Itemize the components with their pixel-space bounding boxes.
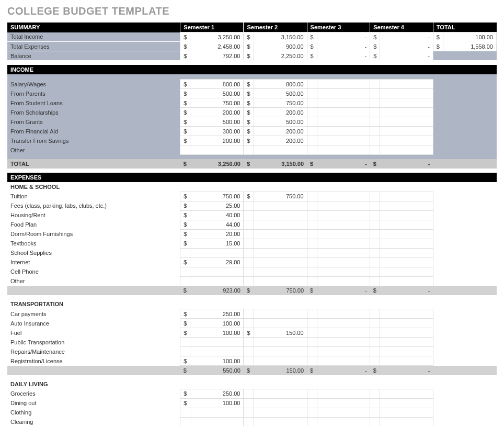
expense-row: Fuel$100.00$150.00	[7, 328, 497, 338]
expense-label: Repairs/Maintenance	[7, 347, 180, 356]
expense-label: Tuition	[7, 192, 180, 201]
col-sem3: Semester 3	[307, 23, 370, 32]
income-row: Other	[7, 145, 497, 155]
budget-table: SUMMARY Semester 1 Semester 2 Semester 3…	[7, 23, 497, 426]
income-total-s2: 3,150.00	[254, 159, 307, 169]
expense-group-header: DAILY LIVING	[7, 379, 497, 389]
expense-label: Dorm/Room Furnishings	[7, 229, 180, 239]
col-total: TOTAL	[433, 23, 496, 32]
income-label: From Financial Aid	[7, 127, 180, 136]
expenses-header: EXPENSES	[7, 173, 497, 182]
summary-row: Balance$792.00$2,250.00$-$-	[7, 51, 497, 61]
expense-label: Clothing	[7, 408, 180, 417]
income-total-s1: 3,250.00	[190, 159, 244, 169]
income-row: Salary/Wages$800.00$800.00	[7, 80, 497, 89]
income-label: Other	[7, 145, 180, 155]
expense-row: Groceries$250.00	[7, 389, 497, 398]
income-label: Transfer From Savings	[7, 136, 180, 145]
expense-subtotal-row: $923.00$750.00$-$-	[7, 286, 497, 295]
expense-row: Other	[7, 276, 497, 286]
summary-label: Total Expenses	[7, 42, 180, 51]
expense-group-name: HOME & SCHOOL	[7, 182, 497, 192]
income-row: From Financial Aid$300.00$200.00	[7, 127, 497, 136]
expense-row: Internet$29.00	[7, 257, 497, 267]
expense-label: Textbooks	[7, 239, 180, 248]
expense-label: Cell Phone	[7, 267, 180, 276]
expense-group-name: TRANSPORTATION	[7, 299, 497, 309]
expense-label: Internet	[7, 257, 180, 267]
expense-row: Textbooks$15.00	[7, 239, 497, 248]
expense-label: Car payments	[7, 309, 180, 319]
expense-row: Repairs/Maintenance	[7, 347, 497, 356]
expense-label: Other	[7, 276, 180, 286]
expense-row: Cell Phone	[7, 267, 497, 276]
income-total-label: TOTAL	[7, 159, 180, 169]
summary-row: Total Expenses$2,458.00$900.00$-$-$1,558…	[7, 42, 497, 51]
expense-label: Food Plan	[7, 220, 180, 229]
income-label: From Student Loans	[7, 98, 180, 108]
expense-group-header: TRANSPORTATION	[7, 299, 497, 309]
income-header: INCOME	[7, 65, 497, 74]
expense-label: Fuel	[7, 328, 180, 338]
expense-label: School Supplies	[7, 248, 180, 257]
expense-group-name: DAILY LIVING	[7, 379, 497, 389]
expense-row: Public Transportation	[7, 338, 497, 347]
income-row: From Grants$500.00$500.00	[7, 117, 497, 127]
col-sem2: Semester 2	[244, 23, 307, 32]
expense-row: Dorm/Room Furnishings$20.00	[7, 229, 497, 239]
expense-label: Cleaning	[7, 417, 180, 426]
expense-label: Registration/License	[7, 356, 180, 366]
income-total-s3: -	[317, 159, 370, 169]
expense-label: Housing/Rent	[7, 210, 180, 220]
expense-row: Auto Insurance$100.00	[7, 319, 497, 328]
expense-label: Dining out	[7, 398, 180, 408]
summary-label: Total Income	[7, 32, 180, 42]
expense-row: Housing/Rent$40.00	[7, 210, 497, 220]
page-title: COLLEGE BUDGET TEMPLATE	[7, 5, 497, 17]
income-total-row: TOTAL $3,250.00 $3,150.00 $- $-	[7, 159, 497, 169]
income-row: From Student Loans$750.00$750.00	[7, 98, 497, 108]
expense-row: Tuition$750.00$750.00	[7, 192, 497, 201]
summary-row: Total Income$3,250.00$3,150.00$-$-$100.0…	[7, 32, 497, 42]
income-label: From Scholarships	[7, 108, 180, 117]
expense-label: Fees (class, parking, labs, clubs, etc.)	[7, 201, 180, 210]
expense-row: Cleaning	[7, 417, 497, 426]
income-label: Salary/Wages	[7, 80, 180, 89]
summary-header: SUMMARY	[7, 23, 180, 32]
expense-row: Food Plan$44.00	[7, 220, 497, 229]
income-row: Transfer From Savings$200.00$200.00	[7, 136, 497, 145]
col-sem1: Semester 1	[180, 23, 244, 32]
income-label: From Grants	[7, 117, 180, 127]
income-row: From Parents$500.00$500.00	[7, 89, 497, 98]
expense-row: Dining out$100.00	[7, 398, 497, 408]
expense-label: Public Transportation	[7, 338, 180, 347]
expense-row: Car payments$250.00	[7, 309, 497, 319]
expense-row: Clothing	[7, 408, 497, 417]
expense-subtotal-row: $550.00$150.00$-$-	[7, 366, 497, 375]
expense-group-header: HOME & SCHOOL	[7, 182, 497, 192]
expense-row: School Supplies	[7, 248, 497, 257]
income-label: From Parents	[7, 89, 180, 98]
income-row: From Scholarships$200.00$200.00	[7, 108, 497, 117]
col-sem4: Semester 4	[370, 23, 433, 32]
summary-header-row: SUMMARY Semester 1 Semester 2 Semester 3…	[7, 23, 497, 32]
income-total-s4: -	[380, 159, 433, 169]
income-header-row: INCOME	[7, 65, 497, 74]
expense-row: Registration/License$100.00	[7, 356, 497, 366]
expense-label: Auto Insurance	[7, 319, 180, 328]
expenses-header-row: EXPENSES	[7, 173, 497, 182]
summary-label: Balance	[7, 51, 180, 61]
expense-label: Groceries	[7, 389, 180, 398]
expense-row: Fees (class, parking, labs, clubs, etc.)…	[7, 201, 497, 210]
